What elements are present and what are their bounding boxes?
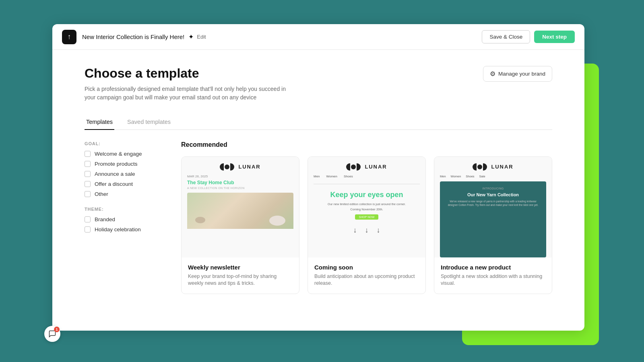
tpl1-date: MAR 26, 2025 bbox=[187, 175, 208, 178]
tpl1-brand-name: LUNAR bbox=[238, 164, 260, 170]
arrow-right-icon: ↓ bbox=[377, 226, 380, 234]
next-step-button[interactable]: Next step bbox=[534, 31, 575, 43]
template-card-weekly-newsletter[interactable]: LUNAR MAR 26, 2025 The Stay Home Club A … bbox=[181, 156, 299, 294]
filter-checkbox-sale[interactable] bbox=[85, 171, 91, 177]
brand-icon: ⚙ bbox=[490, 70, 495, 78]
page-header-text: Choose a template Pick a professionally … bbox=[85, 66, 286, 102]
edit-link[interactable]: Edit bbox=[197, 34, 206, 40]
template-info-1: Weekly newsletter Keep your brand top-of… bbox=[182, 257, 299, 294]
arrow-down-icon: ↓ bbox=[365, 226, 369, 234]
tpl1-subtitle: A NEW COLLECTION ON THE HORIZON bbox=[187, 187, 245, 189]
tpl2-nav: Men Women Shoes bbox=[314, 175, 353, 178]
filter-label-discount: Offer a discount bbox=[95, 181, 133, 187]
tpl1-image bbox=[187, 193, 293, 229]
filter-branded[interactable]: Branded bbox=[85, 216, 165, 222]
template-card-coming-soon[interactable]: LUNAR Men Women Shoes Keep your eyes ope… bbox=[308, 156, 426, 294]
tpl3-hero-title: Our New Yarn Collection bbox=[467, 192, 519, 197]
filter-checkbox-welcome[interactable] bbox=[85, 151, 91, 157]
page-description: Pick a professionally designed email tem… bbox=[85, 85, 286, 102]
manage-brand-label: Manage your brand bbox=[498, 71, 545, 77]
page-header: Choose a template Pick a professionally … bbox=[85, 66, 552, 102]
tpl2-arrows: ↓ ↓ ↓ bbox=[353, 226, 380, 234]
save-close-button[interactable]: Save & Close bbox=[482, 30, 530, 43]
tpl1-bowl-decoration bbox=[269, 216, 285, 226]
tab-templates[interactable]: Templates bbox=[85, 115, 114, 130]
filter-checkbox-branded[interactable] bbox=[85, 216, 91, 222]
manage-brand-button[interactable]: ⚙ Manage your brand bbox=[483, 66, 552, 82]
arrow-left-icon: ↓ bbox=[353, 226, 357, 234]
tabs: Templates Saved templates bbox=[85, 115, 552, 130]
tpl2-nav-men: Men bbox=[314, 175, 320, 178]
goal-filter-group: GOAL: Welcome & engage Promote products … bbox=[85, 141, 165, 197]
campaign-title: New Interior Collection is Finally Here! bbox=[82, 33, 184, 40]
filter-holiday[interactable]: Holiday celebration bbox=[85, 226, 165, 232]
sparkle-icon: ✦ bbox=[188, 33, 194, 41]
filter-checkbox-promote[interactable] bbox=[85, 161, 91, 167]
tpl3-nav-women: Women bbox=[451, 175, 461, 178]
template-name-2: Coming soon bbox=[314, 264, 419, 271]
tpl3-nav: Men Women Shoes Sale bbox=[440, 175, 485, 178]
app-logo: ↑ bbox=[62, 30, 76, 44]
theme-label: THEME: bbox=[85, 207, 165, 212]
filter-sale[interactable]: Announce a sale bbox=[85, 171, 165, 177]
sidebar-filters: GOAL: Welcome & engage Promote products … bbox=[85, 141, 165, 294]
tpl2-date: Coming November 20th. bbox=[350, 208, 383, 211]
goal-label: GOAL: bbox=[85, 141, 165, 146]
tpl1-logo: LUNAR bbox=[220, 163, 260, 171]
topbar: ↑ New Interior Collection is Finally Her… bbox=[52, 24, 584, 50]
filter-label-welcome: Welcome & engage bbox=[95, 151, 142, 157]
filter-label-promote: Promote products bbox=[95, 161, 138, 167]
template-name-3: Introduce a new product bbox=[441, 264, 545, 271]
template-desc-2: Build anticipation about an upcoming pro… bbox=[314, 273, 419, 287]
tpl2-divider bbox=[314, 184, 420, 184]
tpl3-nav-men: Men bbox=[440, 175, 446, 178]
filter-label-branded: Branded bbox=[95, 216, 115, 222]
tpl3-nav-sale: Sale bbox=[479, 175, 485, 178]
tpl2-sub: Our new limited edition collection is ju… bbox=[328, 202, 406, 206]
filter-checkbox-other[interactable] bbox=[85, 191, 91, 197]
main-content: Choose a template Pick a professionally … bbox=[52, 50, 584, 331]
template-name-1: Weekly newsletter bbox=[188, 264, 293, 271]
template-info-2: Coming soon Build anticipation about an … bbox=[308, 257, 425, 294]
templates-grid: LUNAR MAR 26, 2025 The Stay Home Club A … bbox=[181, 156, 552, 294]
tpl3-hero: Introducing Our New Yarn Collection We'v… bbox=[440, 181, 546, 257]
tpl1-small-bowl-decoration bbox=[195, 217, 205, 223]
tpl3-intro-text: Introducing bbox=[482, 187, 504, 190]
template-layout: GOAL: Welcome & engage Promote products … bbox=[85, 141, 552, 294]
template-desc-3: Spotlight a new stock addition with a st… bbox=[441, 273, 545, 287]
filter-label-sale: Announce a sale bbox=[95, 171, 135, 177]
main-window: ↑ New Interior Collection is Finally Her… bbox=[52, 24, 584, 331]
filter-promote[interactable]: Promote products bbox=[85, 161, 165, 167]
template-preview-2: LUNAR Men Women Shoes Keep your eyes ope… bbox=[308, 157, 425, 257]
tpl3-brand-name: LUNAR bbox=[491, 164, 513, 170]
theme-filter-group: THEME: Branded Holiday celebration bbox=[85, 207, 165, 232]
tpl2-nav-shoes: Shoes bbox=[344, 175, 353, 178]
tpl2-logo: LUNAR bbox=[346, 163, 387, 171]
recommended-title: Recommended bbox=[181, 141, 552, 148]
filter-checkbox-discount[interactable] bbox=[85, 181, 91, 187]
filter-welcome[interactable]: Welcome & engage bbox=[85, 151, 165, 157]
templates-area: Recommended bbox=[181, 141, 552, 294]
tpl3-nav-shoes: Shoes bbox=[466, 175, 474, 178]
tab-saved-templates[interactable]: Saved templates bbox=[126, 115, 172, 130]
tpl2-nav-women: Women bbox=[326, 175, 337, 178]
filter-checkbox-holiday[interactable] bbox=[85, 226, 91, 232]
filter-label-other: Other bbox=[95, 191, 108, 197]
tpl1-club-name: The Stay Home Club bbox=[187, 180, 234, 185]
template-card-introduce-product[interactable]: LUNAR Men Women Shoes Sale Introducing bbox=[434, 156, 552, 294]
template-info-3: Introduce a new product Spotlight a new … bbox=[434, 257, 552, 294]
filter-discount[interactable]: Offer a discount bbox=[85, 181, 165, 187]
filter-label-holiday: Holiday celebration bbox=[95, 226, 141, 232]
page-title: Choose a template bbox=[85, 66, 286, 81]
tpl2-cta: SHOP NOW bbox=[355, 214, 379, 220]
template-preview-1: LUNAR MAR 26, 2025 The Stay Home Club A … bbox=[182, 157, 299, 257]
tpl2-brand-name: LUNAR bbox=[365, 164, 387, 170]
tpl3-logo: LUNAR bbox=[473, 163, 513, 171]
filter-other[interactable]: Other bbox=[85, 191, 165, 197]
tpl3-hero-body: We've released a new range of yarns in p… bbox=[446, 200, 541, 207]
template-desc-1: Keep your brand top-of-mind by sharing w… bbox=[188, 273, 293, 287]
template-preview-3: LUNAR Men Women Shoes Sale Introducing bbox=[434, 157, 552, 257]
tpl2-heading: Keep your eyes open bbox=[330, 191, 403, 199]
chat-badge: 1 bbox=[54, 327, 60, 331]
topbar-actions: Save & Close Next step bbox=[482, 30, 575, 43]
